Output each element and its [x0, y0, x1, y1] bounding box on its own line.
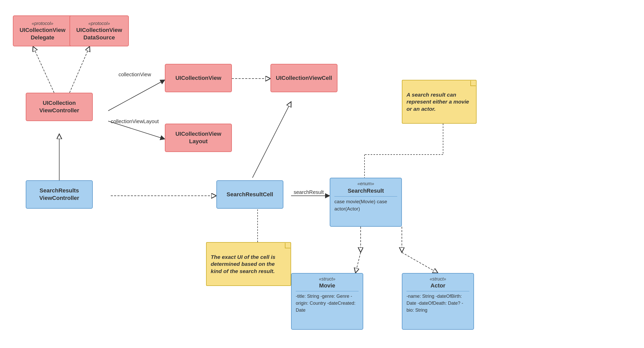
- svg-line-7: [252, 102, 291, 178]
- node-uicollectionviewcell: UICollectionViewCell: [270, 64, 337, 92]
- label-collectionview: collectionView: [118, 72, 151, 78]
- node-uicollectionview: UICollectionView: [165, 64, 232, 92]
- label-collectionviewlayout: collectionViewLayout: [111, 118, 159, 124]
- svg-line-2: [108, 80, 165, 111]
- note-cell: The exact UI of the cell is determined b…: [206, 242, 291, 286]
- node-searchresultsvc: SearchResults ViewController: [26, 180, 93, 209]
- node-uicollectionviewcontroller: UICollection ViewController: [26, 93, 93, 121]
- svg-line-1: [70, 46, 90, 93]
- node-uicollectionviewlayout: UICollectionView Layout: [165, 124, 232, 152]
- node-searchresult-enum: «enum» SearchResult case movie(Movie) ca…: [330, 178, 402, 227]
- node-uicollectionview-delegate: «protocol» UICollectionView Delegate: [13, 15, 72, 46]
- svg-line-14: [355, 252, 361, 273]
- node-searchresultcell: SearchResultCell: [216, 180, 283, 209]
- label-searchresult: searchResult: [294, 189, 324, 195]
- note-searchresult: A search result can represent either a m…: [402, 80, 477, 124]
- node-uicollectionview-datasource: «protocol» UICollectionView DataSource: [70, 15, 129, 46]
- svg-line-16: [402, 252, 438, 273]
- node-actor: «struct» Actor -name: String -dateOfBirt…: [402, 273, 474, 330]
- node-movie: «struct» Movie -title: String -genre: Ge…: [291, 273, 363, 330]
- diagram-container: «protocol» UICollectionView Delegate «pr…: [0, 0, 644, 348]
- svg-line-0: [33, 46, 54, 93]
